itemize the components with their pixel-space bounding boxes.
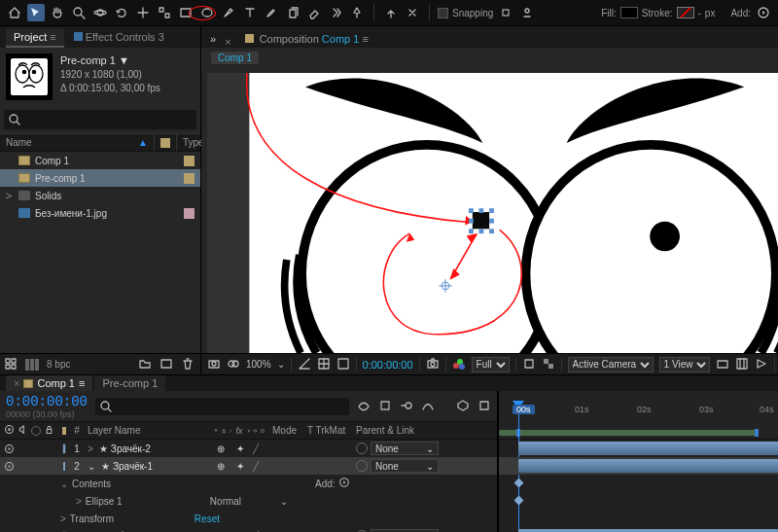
shape-ellipse-tool-icon[interactable] [198,4,216,21]
layer-group-row[interactable]: ⌄Contents Add: [0,475,497,492]
grid-icon[interactable] [317,357,331,372]
zoom-value[interactable]: 100% [246,359,271,370]
fill-swatch[interactable] [620,7,638,18]
svg-rect-60 [47,430,52,434]
delete-icon[interactable] [181,357,196,372]
tab-project[interactable]: Project≡ [6,28,64,48]
layer-row[interactable]: 3 >★ Объект ⊕✦╱ None⌄ [0,527,497,532]
timecode-display[interactable]: 0:00:00:00 [363,359,413,371]
stroke-swatch[interactable] [677,7,694,18]
timeline-timecode[interactable]: 0:00:00:00 [6,394,88,409]
draft-icon[interactable] [298,357,311,372]
magnify-icon[interactable] [207,357,221,372]
pan-behind-tool-icon[interactable] [156,4,173,21]
alpha-icon[interactable] [227,357,240,372]
solo-col-icon[interactable] [31,426,41,436]
roi-icon[interactable] [522,357,536,372]
new-folder-icon[interactable] [138,357,154,372]
video-col-icon[interactable] [4,424,15,437]
shy-toggle-icon[interactable] [357,399,371,414]
timeline-tab-precomp[interactable]: Pre-comp 1 [94,375,165,391]
video-toggle-icon[interactable] [4,461,14,471]
views-select[interactable]: 1 View [659,357,710,372]
graph-editor-icon[interactable] [421,399,435,414]
svg-rect-15 [6,365,10,369]
mask-toggle-icon[interactable] [336,357,350,372]
project-col-name[interactable]: Name▲ [0,134,154,151]
shape-rect-tool-icon[interactable] [177,4,194,21]
view-options-icon[interactable] [716,357,729,372]
svg-point-2 [94,11,106,15]
timeline-search[interactable] [95,398,349,415]
brush-tool-icon[interactable] [263,4,280,21]
zoom-tool-icon[interactable] [70,4,88,21]
svg-point-61 [248,430,250,432]
frame-blend-header-icon[interactable] [378,399,392,414]
add-shape-icon[interactable] [755,4,772,21]
project-search[interactable] [4,110,196,129]
panel-overflow-icon[interactable]: » [207,30,219,48]
tab-composition[interactable]: Composition Comp 1 ≡ [237,30,376,48]
layer-row[interactable]: 2 ⌄★ Зрачёк-1 ⊕✦╱ None⌄ [0,457,497,475]
svg-point-56 [406,403,411,408]
timeline-tab-comp1[interactable]: ×Comp 1 ≡ [6,375,92,391]
label-col-icon [160,138,170,148]
channel-icon[interactable] [452,357,466,372]
stroke-width-value[interactable]: - [698,8,701,18]
transparency-grid-icon[interactable] [542,357,555,372]
camera-select[interactable]: Active Camera [568,357,654,372]
layer-group-row[interactable]: >Ellipse 1 Normal⌄ [0,492,497,510]
svg-rect-13 [6,359,10,363]
timeline-tracks[interactable]: 00s 01s 02s 03s 04s [499,391,778,532]
snap-options-icon[interactable] [497,4,514,21]
composition-viewer[interactable] [207,73,778,353]
renderer-icon[interactable] [477,399,491,414]
selection-tool-icon[interactable] [27,4,45,21]
orbit-tool-icon[interactable] [91,4,109,21]
lock-col-icon[interactable] [44,424,54,437]
pickwhip-icon[interactable] [356,460,368,472]
new-comp-icon[interactable] [159,357,175,372]
bpc-label[interactable]: 8 bpc [47,359,70,370]
type-tool-icon[interactable] [241,4,259,21]
pixel-aspect-icon[interactable] [735,357,749,372]
rotate-tool-icon[interactable] [113,4,130,21]
layer-group-row[interactable]: >Transform Reset [0,510,497,527]
close-panel-icon[interactable]: × [225,36,230,48]
world-axis-icon[interactable] [404,4,421,21]
breadcrumb-comp[interactable]: Comp 1 [211,52,259,64]
local-axis-icon[interactable] [382,4,400,21]
color-depth-toggle[interactable] [25,357,41,372]
project-row[interactable]: >Solids [0,187,200,204]
pickwhip-icon[interactable] [356,443,368,454]
add-contents-icon[interactable] [338,476,350,491]
fast-preview-icon[interactable] [755,357,768,372]
snap-grid-icon[interactable] [518,4,536,21]
home-icon[interactable] [6,4,23,21]
layername-col[interactable]: Layer Name [84,422,210,439]
puppet-tool-icon[interactable] [348,4,366,21]
roto-tool-icon[interactable] [327,4,344,21]
project-row[interactable]: Без-имени-1.jpg [0,204,200,222]
moblur-header-icon[interactable] [400,399,413,414]
resolution-select[interactable]: Full [472,357,510,372]
draft3d-icon[interactable] [456,399,470,414]
project-row[interactable]: Pre-comp 1 [0,169,200,187]
hand-tool-icon[interactable] [49,4,66,21]
pen-tool-icon[interactable] [220,4,237,21]
snapping-checkbox[interactable] [438,8,448,18]
unified-camera-tool-icon[interactable] [134,4,152,21]
project-row[interactable]: Comp 1 [0,152,200,169]
reset-link[interactable]: Reset [194,514,220,524]
eraser-tool-icon[interactable] [305,4,323,21]
parent-select[interactable]: None⌄ [371,442,439,455]
clone-tool-icon[interactable] [284,4,301,21]
layer-row[interactable]: 1 >★ Зрачёк-2 ⊕✦╱ None⌄ [0,440,497,457]
tab-effect-controls[interactable]: Effect Controls 3 [66,28,172,48]
parent-select[interactable]: None⌄ [371,459,439,473]
stroke-label: Stroke: [642,8,673,18]
audio-col-icon[interactable] [18,424,28,437]
interpret-footage-icon[interactable] [4,357,19,372]
snapshot-icon[interactable] [426,357,440,372]
video-toggle-icon[interactable] [4,443,14,453]
